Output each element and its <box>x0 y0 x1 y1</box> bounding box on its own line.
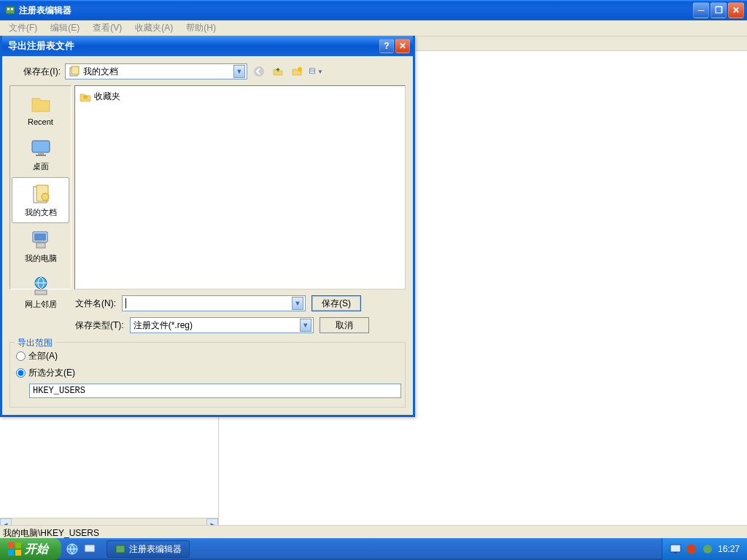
menu-help[interactable]: 帮助(H) <box>180 20 222 36</box>
folder-icon <box>29 93 53 116</box>
restore-button[interactable]: ❐ <box>711 2 727 18</box>
filename-input[interactable]: ▼ <box>122 295 306 311</box>
taskbar: 开始 注册表编辑器 16:27 <box>0 538 747 560</box>
svg-rect-6 <box>15 550 21 556</box>
save-in-combo[interactable]: 我的文档 ▼ <box>65 63 247 79</box>
network-icon <box>29 274 53 298</box>
dropdown-icon[interactable]: ▼ <box>233 65 245 78</box>
export-dialog: 导出注册表文件 ? ✕ 保存在(I): 我的文档 ▼ ▼ Recent <box>0 36 415 417</box>
minimize-button[interactable]: ─ <box>693 2 709 18</box>
start-button[interactable]: 开始 <box>0 538 61 560</box>
menubar: 文件(F) 编辑(E) 查看(V) 收藏夹(A) 帮助(H) <box>0 20 747 36</box>
menu-file[interactable]: 文件(F) <box>3 20 43 36</box>
svg-point-16 <box>298 67 302 71</box>
places-bar: Recent 桌面 我的文档 我的电脑 网上邻居 <box>9 85 71 289</box>
radio-all-label: 全部(A) <box>28 350 58 362</box>
nav-newfolder-icon[interactable] <box>290 64 304 79</box>
filename-label: 文件名(N): <box>75 298 116 310</box>
start-label: 开始 <box>25 542 48 557</box>
file-entry-label: 收藏夹 <box>94 90 120 103</box>
filename-dropdown-icon[interactable]: ▼ <box>292 297 303 310</box>
svg-rect-0 <box>6 7 15 14</box>
nav-views-icon[interactable]: ▼ <box>309 64 323 79</box>
app-title: 注册表编辑器 <box>19 4 693 17</box>
filetype-dropdown-icon[interactable]: ▼ <box>300 319 311 332</box>
export-range-legend: 导出范围 <box>15 337 55 349</box>
place-network-label: 网上邻居 <box>25 299 57 310</box>
svg-rect-4 <box>15 542 21 548</box>
tray-desktop-icon[interactable] <box>670 543 681 555</box>
radio-all-input[interactable] <box>16 351 26 361</box>
save-in-value: 我的文档 <box>83 66 118 78</box>
svg-point-24 <box>42 193 49 201</box>
file-list[interactable]: 收藏夹 <box>74 85 406 289</box>
menu-favorites[interactable]: 收藏夹(A) <box>129 20 179 36</box>
radio-branch-input[interactable] <box>16 368 26 378</box>
statusbar: 我的电脑\HKEY_USERS <box>0 525 747 538</box>
dialog-close-button[interactable]: ✕ <box>395 39 410 53</box>
radio-branch[interactable]: 所选分支(E) <box>16 367 399 379</box>
text-cursor-icon <box>125 298 126 308</box>
svg-rect-26 <box>34 233 46 241</box>
svg-rect-2 <box>11 8 13 10</box>
file-entry-favorites[interactable]: 收藏夹 <box>78 89 402 104</box>
menu-view[interactable]: 查看(V) <box>87 20 128 36</box>
svg-rect-8 <box>85 545 95 552</box>
ie-icon[interactable] <box>66 542 79 556</box>
regedit-icon <box>4 4 16 16</box>
dialog-titlebar: 导出注册表文件 ? ✕ <box>2 36 413 56</box>
taskbar-task-regedit[interactable]: 注册表编辑器 <box>107 540 190 558</box>
place-desktop[interactable]: 桌面 <box>12 131 69 177</box>
filetype-label: 保存类型(T): <box>75 319 124 332</box>
place-desktop-label: 桌面 <box>33 161 49 172</box>
svg-point-15 <box>254 66 264 77</box>
svg-rect-14 <box>71 66 79 74</box>
filetype-combo[interactable]: 注册文件(*.reg) ▼ <box>130 317 314 333</box>
desktop-shortcut-icon[interactable] <box>83 542 96 556</box>
cancel-button[interactable]: 取消 <box>320 317 369 333</box>
place-recent[interactable]: Recent <box>12 88 69 131</box>
svg-rect-10 <box>670 545 681 552</box>
close-button[interactable]: ✕ <box>728 2 744 18</box>
quick-launch <box>61 542 101 556</box>
computer-icon <box>29 228 53 252</box>
system-tray: 16:27 <box>662 538 747 560</box>
radio-all[interactable]: 全部(A) <box>16 350 399 362</box>
mydocs-combo-icon <box>69 66 80 77</box>
app-titlebar: 注册表编辑器 ─ ❐ ✕ <box>0 0 747 20</box>
save-button[interactable]: 保存(S) <box>311 295 361 311</box>
svg-rect-11 <box>674 552 677 553</box>
filetype-value: 注册文件(*.reg) <box>133 319 193 332</box>
svg-rect-27 <box>36 243 45 248</box>
nav-back-icon[interactable] <box>252 64 266 79</box>
desktop-icon <box>29 136 53 160</box>
nav-up-icon[interactable] <box>271 64 285 79</box>
windows-logo-icon <box>7 542 22 556</box>
save-in-label: 保存在(I): <box>9 66 61 78</box>
tray-clock[interactable]: 16:27 <box>718 544 740 554</box>
regedit-task-icon <box>115 543 126 555</box>
mydocs-icon <box>29 182 53 206</box>
place-recent-label: Recent <box>28 117 53 126</box>
place-mydocs-label: 我的文档 <box>25 207 57 218</box>
branch-path-input[interactable] <box>29 384 401 398</box>
place-mydocs[interactable]: 我的文档 <box>12 177 69 223</box>
tray-security-icon[interactable] <box>686 543 697 555</box>
svg-rect-9 <box>116 545 125 553</box>
task-label: 注册表编辑器 <box>129 543 182 556</box>
place-computer[interactable]: 我的电脑 <box>12 223 69 269</box>
svg-point-12 <box>703 545 712 553</box>
place-network[interactable]: 网上邻居 <box>12 269 69 315</box>
dialog-title: 导出注册表文件 <box>8 39 378 52</box>
dialog-help-button[interactable]: ? <box>379 39 394 53</box>
svg-rect-20 <box>32 141 50 152</box>
radio-branch-label: 所选分支(E) <box>28 367 75 379</box>
svg-rect-17 <box>309 69 314 74</box>
svg-rect-21 <box>38 152 44 155</box>
svg-rect-5 <box>8 550 14 556</box>
svg-rect-22 <box>36 155 46 156</box>
menu-edit[interactable]: 编辑(E) <box>44 20 85 36</box>
place-computer-label: 我的电脑 <box>25 253 57 264</box>
svg-rect-1 <box>7 8 9 10</box>
tray-volume-icon[interactable] <box>702 543 713 555</box>
